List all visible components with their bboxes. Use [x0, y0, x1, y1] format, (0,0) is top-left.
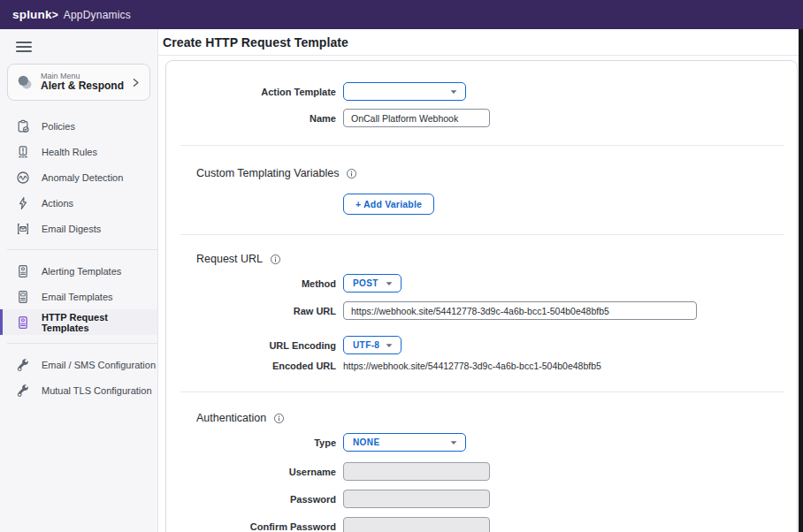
chevron-down-icon — [385, 342, 394, 349]
sidebar-item-health-rules[interactable]: Health Rules — [0, 139, 157, 164]
sidebar-item-email-templates[interactable]: Email Templates — [0, 284, 157, 309]
encoded-url-label: Encoded URL — [166, 361, 343, 371]
raw-url-label: Raw URL — [166, 306, 343, 316]
sidebar-item-policies[interactable]: Policies — [0, 113, 157, 139]
page-header: Create HTTP Request Template — [158, 29, 803, 56]
window-edge-strip — [799, 29, 803, 532]
encoded-url-value: https://webhook.site/54412778-3d9c-4a6b-… — [343, 361, 601, 371]
sidebar-item-label: Email / SMS Configuration — [42, 360, 156, 370]
main-menu-label: Alert & Respond — [41, 80, 131, 93]
info-icon[interactable] — [273, 413, 285, 424]
sidebar-item-alerting-templates[interactable]: Alerting Templates — [0, 258, 157, 284]
sidebar-item-http-request-templates[interactable]: HTTP Request Templates — [0, 309, 157, 335]
top-app-bar: splunk> AppDynamics — [0, 0, 803, 29]
anomaly-detection-icon — [16, 171, 30, 185]
policies-icon — [16, 119, 30, 133]
main-menu-card[interactable]: Main Menu Alert & Respond — [7, 64, 150, 101]
splunk-logo-chevron: > — [52, 9, 58, 21]
raw-url-input[interactable] — [343, 301, 697, 320]
info-icon[interactable] — [270, 254, 281, 265]
name-input[interactable] — [343, 109, 490, 127]
sidebar-item-anomaly-detection[interactable]: Anomaly Detection — [0, 164, 157, 190]
sidebar-item-mutual-tls-configuration[interactable]: Mutual TLS Configuration — [0, 377, 157, 403]
name-label: Name — [166, 113, 343, 124]
info-icon[interactable] — [346, 168, 357, 179]
chevron-down-icon — [449, 439, 458, 446]
confirm-password-label: Confirm Password — [166, 521, 343, 532]
actions-icon — [16, 196, 30, 210]
chevron-down-icon — [385, 280, 394, 287]
sidebar-item-label: Health Rules — [42, 147, 97, 157]
chevron-right-icon — [131, 78, 141, 87]
sidebar-item-label: Email Templates — [42, 292, 113, 302]
http-template-form-panel: Action Template Name Custom Templating V… — [165, 60, 798, 532]
auth-type-label: Type — [166, 437, 343, 448]
alert-respond-icon — [16, 73, 34, 91]
sidebar-item-label: Alerting Templates — [42, 266, 121, 277]
username-label: Username — [166, 467, 343, 477]
password-input — [343, 490, 490, 508]
password-label: Password — [166, 494, 343, 505]
email-templates-icon — [16, 290, 30, 304]
http-request-templates-icon — [16, 315, 30, 330]
action-template-label: Action Template — [166, 87, 343, 97]
sidebar-divider — [7, 249, 157, 250]
wrench-icon — [16, 384, 30, 398]
chevron-down-icon — [449, 88, 458, 95]
confirm-password-input — [343, 517, 490, 532]
sidebar-item-email-digests[interactable]: Email Digests — [0, 216, 157, 241]
custom-templating-variables-heading: Custom Templating Variables — [196, 167, 339, 179]
sidebar-item-label: Actions — [42, 198, 73, 209]
page-title: Create HTTP Request Template — [163, 35, 348, 49]
product-name: AppDynamics — [64, 9, 131, 21]
sidebar-item-label: Mutual TLS Configuration — [42, 385, 152, 396]
sidebar-item-label: Anomaly Detection — [42, 172, 123, 183]
method-value: POST — [353, 278, 379, 288]
url-encoding-value: UTF-8 — [353, 340, 379, 350]
sidebar-item-actions[interactable]: Actions — [0, 190, 157, 216]
sidebar-item-email-sms-configuration[interactable]: Email / SMS Configuration — [0, 352, 157, 377]
sidebar: Main Menu Alert & Respond Policies — [0, 29, 158, 532]
section-divider — [180, 145, 784, 146]
method-dropdown[interactable]: POST — [343, 274, 402, 293]
sidebar-item-label: Email Digests — [42, 224, 101, 234]
section-divider — [180, 391, 784, 392]
method-label: Method — [166, 278, 343, 289]
sidebar-item-label: HTTP Request Templates — [42, 312, 157, 333]
health-rules-icon — [16, 145, 30, 159]
hamburger-menu-icon[interactable] — [16, 42, 32, 52]
splunk-logo: splunk — [12, 8, 52, 21]
url-encoding-label: URL Encoding — [166, 340, 343, 351]
auth-type-value: NONE — [353, 437, 380, 447]
alerting-templates-icon — [16, 264, 30, 278]
authentication-heading: Authentication — [196, 412, 266, 424]
action-template-dropdown[interactable] — [343, 82, 466, 101]
email-digests-icon — [16, 222, 30, 236]
auth-type-dropdown[interactable]: NONE — [343, 433, 466, 452]
url-encoding-dropdown[interactable]: UTF-8 — [343, 336, 402, 354]
request-url-heading: Request URL — [196, 253, 263, 265]
wrench-icon — [16, 358, 30, 372]
section-divider — [180, 234, 784, 235]
sidebar-item-label: Policies — [42, 121, 75, 132]
username-input — [343, 462, 490, 481]
add-variable-button[interactable]: + Add Variable — [343, 194, 434, 215]
main-content: Create HTTP Request Template Action Temp… — [158, 29, 803, 532]
sidebar-divider — [7, 343, 157, 344]
